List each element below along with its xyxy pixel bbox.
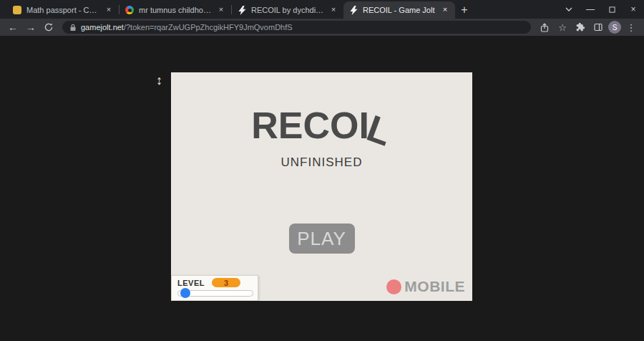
close-window-button[interactable]: ×	[623, 0, 644, 19]
google-favicon-icon	[125, 5, 135, 15]
tab-recoil-gamejolt-active[interactable]: RECOIL - Game Jolt ×	[343, 1, 455, 19]
tab-close-icon[interactable]: ×	[440, 5, 450, 15]
tab-google-search[interactable]: mr tumnus childhood - Google S ×	[119, 1, 231, 19]
address-bar[interactable]: gamejolt.net/?token=rqarZwUGPpZhcgikHFY9…	[62, 21, 531, 34]
profile-avatar[interactable]: S	[608, 21, 621, 34]
gamejolt-bolt-favicon-icon	[237, 5, 247, 15]
level-slider[interactable]	[177, 290, 253, 297]
side-panel-icon[interactable]	[590, 19, 606, 35]
maximize-icon[interactable]	[601, 0, 623, 19]
bookmark-star-icon[interactable]: ☆	[555, 19, 570, 35]
tab-math-passport[interactable]: Math passport - Contentment 2 ×	[7, 1, 119, 19]
game-title-main: RECOI	[251, 105, 369, 146]
browser-window: Math passport - Contentment 2 × mr tumnu…	[0, 0, 644, 341]
tab-recoil-play-online[interactable]: RECOIL by dychdid - Play Online ×	[232, 1, 343, 19]
tab-title: RECOIL - Game Jolt	[363, 6, 436, 14]
level-value-badge: 3	[212, 278, 240, 287]
level-panel: LEVEL 3	[171, 275, 258, 301]
new-tab-button[interactable]: +	[455, 1, 474, 19]
tab-close-icon[interactable]: ×	[104, 5, 114, 15]
mobile-label: MOBILE	[404, 278, 465, 295]
share-icon[interactable]	[537, 19, 552, 35]
game-title: RECOIL	[171, 104, 472, 147]
tab-strip: Math passport - Contentment 2 × mr tumnu…	[0, 0, 644, 19]
url-domain: gamejolt.net	[81, 23, 124, 32]
tab-title: mr tumnus childhood - Google S	[139, 6, 212, 14]
tab-title: RECOIL by dychdid - Play Online	[251, 6, 324, 14]
tab-title: Math passport - Contentment 2	[26, 6, 99, 14]
browser-toolbar: ← → gamejolt.net/?token=rqarZwUGPpZhcgik…	[0, 19, 644, 36]
menu-kebab-icon[interactable]: ⋮	[623, 19, 639, 35]
mobile-toggle-dot[interactable]	[386, 279, 401, 294]
game-canvas[interactable]: RECOIL UNFINISHED PLAY LEVEL 3 MOBILE	[171, 72, 472, 301]
reload-icon[interactable]	[41, 19, 57, 35]
tab-close-icon[interactable]: ×	[216, 5, 226, 15]
mobile-indicator: MOBILE	[386, 278, 465, 295]
resize-cursor-icon: ↕	[156, 73, 162, 88]
url-path: /?token=rqarZwUGPpZhcgikHFY9JmQvomDhfS	[124, 23, 293, 32]
lock-icon	[69, 24, 77, 32]
extensions-puzzle-icon[interactable]	[572, 19, 588, 35]
url-text: gamejolt.net/?token=rqarZwUGPpZhcgikHFY9…	[81, 23, 293, 32]
page-content: ↕ RECOIL UNFINISHED PLAY LEVEL 3 MOBILE	[0, 36, 644, 341]
game-subtitle: UNFINISHED	[171, 155, 472, 170]
level-slider-thumb[interactable]	[180, 288, 190, 298]
tab-search-chevron-down-icon[interactable]	[558, 0, 580, 19]
minimize-button[interactable]: —	[580, 0, 601, 19]
tab-close-icon[interactable]: ×	[328, 5, 338, 15]
gamejolt-bolt-favicon-icon	[348, 5, 358, 15]
window-controls: — ×	[558, 0, 644, 19]
math-passport-favicon-icon	[12, 5, 22, 15]
forward-button[interactable]: →	[23, 19, 39, 35]
play-button[interactable]: PLAY	[289, 224, 355, 254]
level-label: LEVEL	[177, 279, 205, 287]
back-button[interactable]: ←	[5, 19, 21, 35]
